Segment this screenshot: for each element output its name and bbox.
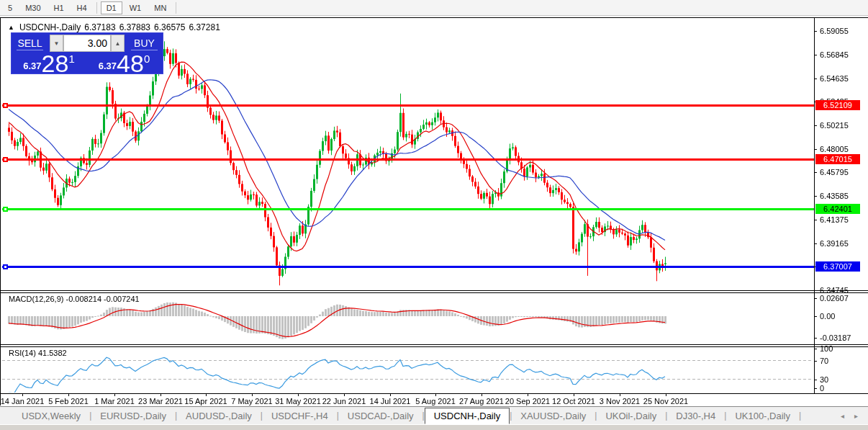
- tab-scroll-left-icon[interactable]: ◂: [841, 412, 844, 420]
- buy-price-pip: 0: [144, 53, 150, 64]
- chart-title: ▲ USDCNH-,Daily 6.37183 6.37883 6.36575 …: [8, 22, 220, 32]
- sell-price-prefix: 6.37: [23, 61, 41, 71]
- date-tick-label: 15 Apr 2021: [184, 397, 227, 406]
- price-tick-label: 6.43585: [820, 192, 849, 200]
- price-tick-mark: [814, 196, 817, 197]
- chart-tab-usdchf-[interactable]: USDCHF-,H4: [263, 408, 337, 424]
- chart-tabs: USDX,Weekly|EURUSD-,Daily|AUDUSD-,Daily|…: [13, 408, 801, 424]
- level-price-label: 6.47015: [815, 154, 860, 164]
- timeframe-button-w1[interactable]: W1: [124, 1, 148, 14]
- chart-tab-bar: USDX,Weekly|EURUSD-,Daily|AUDUSD-,Daily|…: [0, 406, 868, 424]
- application-window: 5M30H1H4D1W1MN ▲ USDCNH-,Daily 6.37183 6…: [0, 0, 868, 430]
- ohlc-low: 6.36575: [154, 22, 185, 32]
- macd-tick-label: 0.02607: [820, 294, 849, 303]
- sell-price-pip: 1: [68, 53, 74, 64]
- timeframe-toolbar: 5M30H1H4D1W1MN: [0, 0, 868, 16]
- ohlc-high: 6.37883: [119, 22, 150, 32]
- chart-tab-eurusd-[interactable]: EURUSD-,Daily: [91, 408, 175, 424]
- timeframe-button-5[interactable]: 5: [2, 1, 18, 14]
- timeframe-button-mn[interactable]: MN: [148, 1, 172, 14]
- rsi-indicator-label: RSI(14) 41.5382: [9, 349, 67, 357]
- price-tick-label: 6.48005: [820, 145, 849, 153]
- timeframe-button-d1[interactable]: D1: [101, 1, 122, 14]
- buy-price-button[interactable]: 6.37 48 0: [87, 53, 161, 74]
- date-tick-mark: [666, 393, 666, 396]
- toolbar-separator: [176, 2, 176, 14]
- date-tick-label: 3 Nov 2021: [600, 397, 640, 406]
- symbol-period-label: USDCNH-,Daily: [19, 22, 81, 32]
- date-tick-label: 14 Jul 2021: [370, 397, 411, 406]
- price-tick-label: 6.34745: [820, 286, 849, 295]
- rsi-tick-label: 0: [820, 384, 824, 393]
- macd-tick-mark: [814, 298, 817, 299]
- rsi-tick-label: 70: [820, 357, 828, 365]
- buy-price-prefix: 6.37: [99, 61, 117, 71]
- date-tick-label: 7 May 2021: [231, 397, 272, 406]
- level-price-label: 6.42401: [815, 204, 860, 214]
- tab-scroll-right-icon[interactable]: ▸: [854, 412, 858, 420]
- date-tick-mark: [161, 393, 161, 396]
- chart-tab-usdcad-[interactable]: USDCAD-,Daily: [339, 408, 422, 424]
- timeframe-button-h4[interactable]: H4: [71, 1, 93, 14]
- price-tick-label: 6.56845: [820, 50, 849, 59]
- collapse-trade-panel-icon[interactable]: ▲: [8, 24, 14, 31]
- level-price-label: 6.37007: [815, 261, 860, 272]
- rsi-tick-mark: [814, 380, 817, 380]
- chart-tab-usdx[interactable]: USDX,Weekly: [13, 408, 89, 424]
- sell-button-label: SELL: [17, 37, 42, 49]
- level-line-handle[interactable]: [3, 157, 8, 162]
- price-tick-mark: [814, 243, 817, 244]
- date-tick-mark: [298, 393, 299, 396]
- tab-separator: |: [799, 411, 801, 421]
- chart-window[interactable]: ▲ USDCNH-,Daily 6.37183 6.37883 6.36575 …: [0, 17, 868, 406]
- date-tick-mark: [390, 393, 391, 396]
- date-tick-label: 5 Aug 2021: [415, 397, 456, 406]
- date-tick-label: 23 Mar 2021: [138, 397, 183, 406]
- date-tick-mark: [22, 393, 23, 396]
- date-tick-label: 27 Aug 2021: [459, 397, 504, 406]
- sell-price-button[interactable]: 6.37 28 1: [13, 53, 85, 74]
- level-line-handle[interactable]: [3, 207, 8, 212]
- timeframe-button-m30[interactable]: M30: [19, 1, 46, 14]
- price-tick-mark: [814, 125, 817, 126]
- macd-tick-mark: [814, 338, 817, 339]
- sell-price-big: 28: [42, 53, 69, 73]
- macd-panel-splitter[interactable]: [1, 290, 868, 293]
- horizontal-level-line[interactable]: [2, 158, 814, 161]
- volume-input[interactable]: [63, 35, 111, 52]
- price-tick-label: 6.59055: [820, 27, 849, 35]
- level-line-handle[interactable]: [3, 103, 8, 108]
- chart-tab-xauusd-[interactable]: XAUUSD-,Daily: [512, 408, 595, 424]
- chart-tab-usdcnh-[interactable]: USDCNH-,Daily: [425, 408, 510, 424]
- price-tick-label: 6.45795: [820, 168, 849, 176]
- rsi-tick-mark: [814, 388, 817, 389]
- level-price-label: 6.52109: [815, 100, 860, 110]
- price-tick-mark: [814, 149, 817, 150]
- rsi-tick-mark: [814, 361, 817, 362]
- chart-tab-ukoil-[interactable]: UKOil-,Daily: [597, 408, 665, 424]
- date-tick-mark: [482, 393, 482, 396]
- chart-tab-uk100-[interactable]: UK100-,Daily: [726, 408, 799, 424]
- chart-tab-audusd-[interactable]: AUDUSD-,Daily: [177, 408, 261, 424]
- chart-tab-dj30-[interactable]: DJ30-,H4: [667, 408, 724, 424]
- date-tick-label: 20 Sep 2021: [505, 397, 550, 406]
- date-tick-mark: [528, 393, 528, 396]
- timeframe-button-h1[interactable]: H1: [48, 1, 70, 14]
- horizontal-level-line[interactable]: [2, 266, 814, 268]
- level-line-handle[interactable]: [3, 264, 8, 269]
- date-tick-mark: [114, 393, 115, 396]
- macd-tick-label: 0.00: [820, 312, 835, 321]
- date-tick-label: 25 Nov 2021: [643, 397, 688, 406]
- price-tick-mark: [814, 79, 817, 79]
- rsi-panel-splitter[interactable]: [1, 344, 868, 347]
- price-tick-mark: [814, 220, 817, 220]
- horizontal-level-line[interactable]: [2, 104, 814, 107]
- tab-scroll-nav: ◂ ▸: [841, 412, 858, 420]
- price-tick-mark: [814, 55, 817, 55]
- horizontal-level-line[interactable]: [2, 208, 814, 210]
- rsi-tick-label: 100: [820, 344, 833, 353]
- date-tick-mark: [620, 393, 620, 396]
- rsi-tick-mark: [814, 349, 817, 349]
- toolbar-separator: [96, 2, 97, 14]
- date-tick-label: 22 Jun 2021: [322, 397, 366, 406]
